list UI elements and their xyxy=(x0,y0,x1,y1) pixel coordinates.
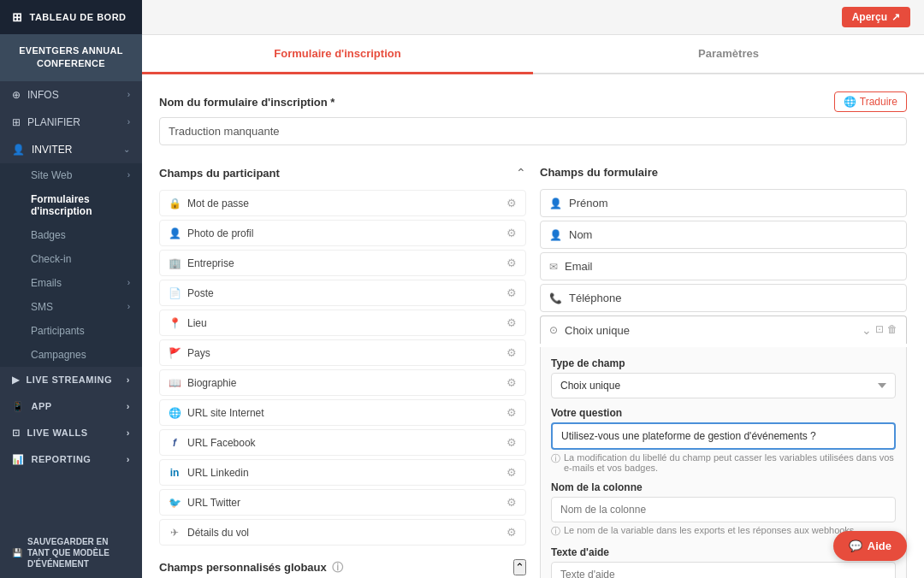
flag-icon: 🚩 xyxy=(169,347,181,359)
form-fields-header: Champs du formulaire xyxy=(540,159,907,186)
sidebar-item-live-streaming[interactable]: ▶ LIVE STREAMING › xyxy=(0,367,142,393)
field-photo-profil[interactable]: 👤Photo de profil ⚙ xyxy=(159,220,526,246)
gear-icon[interactable]: ⚙ xyxy=(506,406,517,419)
facebook-icon: f xyxy=(169,437,181,449)
traduire-button[interactable]: 🌐 Traduire xyxy=(834,91,907,112)
chevron-icon: › xyxy=(127,302,130,311)
gear-icon[interactable]: ⚙ xyxy=(506,496,517,509)
book-icon: 📖 xyxy=(169,377,181,389)
sidebar-item-inviter[interactable]: 👤 INVITER ⌄ xyxy=(0,136,142,163)
chevron-down-icon[interactable]: ⌄ xyxy=(862,323,872,337)
save-as-model-button[interactable]: 💾 SAUVEGARDER EN TANT QUE MODÈLE D'ÉVÉNE… xyxy=(0,528,142,578)
doc-icon: 📄 xyxy=(169,287,181,299)
gear-icon[interactable]: ⚙ xyxy=(506,526,517,539)
app-icon: 📱 xyxy=(12,401,25,412)
infos-icon: ⊕ xyxy=(12,89,21,101)
sidebar-item-reporting[interactable]: 📊 REPORTING › xyxy=(0,446,142,473)
field-nom[interactable]: 👤 Nom xyxy=(540,221,907,249)
collapse-custom-button[interactable]: ⌃ xyxy=(513,559,526,575)
field-mot-de-passe[interactable]: 🔒Mot de passe ⚙ xyxy=(159,190,526,216)
form-name-input[interactable] xyxy=(159,117,907,145)
planifier-icon: ⊞ xyxy=(12,116,21,128)
twitter-icon: 🐦 xyxy=(169,497,181,509)
custom-fields-header: Champs personnalisés globaux ⓘ ⌃ xyxy=(159,551,526,578)
phone-icon: 📞 xyxy=(549,292,562,304)
translate-icon: 🌐 xyxy=(844,96,856,108)
sidebar-sub-sms[interactable]: SMS › xyxy=(0,295,142,319)
sidebar-sub-campagnes[interactable]: Campagnes xyxy=(0,343,142,367)
sidebar-sub-formulaires[interactable]: Formulaires d'inscription xyxy=(0,187,142,223)
sidebar-item-infos[interactable]: ⊕ INFOS › xyxy=(0,81,142,109)
apercu-button[interactable]: Aperçu ↗ xyxy=(842,7,910,27)
field-email[interactable]: ✉ Email xyxy=(540,252,907,280)
field-type-select[interactable]: Choix unique xyxy=(551,373,896,398)
tab-formulaire[interactable]: Formulaire d'inscription xyxy=(142,35,533,74)
sidebar-item-live-walls[interactable]: ⊡ LIVE WALLS › xyxy=(0,420,142,446)
chevron-icon: ⌄ xyxy=(123,144,130,154)
linkedin-icon: in xyxy=(169,467,181,479)
panel-question-row: Votre question ⓘ La modification du libe… xyxy=(551,407,896,473)
tabs: Formulaire d'inscription Paramètres xyxy=(142,34,924,74)
chevron-icon: › xyxy=(127,90,130,99)
sidebar-sub-participants[interactable]: Participants xyxy=(0,319,142,343)
column-name-input[interactable] xyxy=(551,497,896,522)
info-icon: ⓘ xyxy=(551,452,560,465)
chevron-icon: › xyxy=(127,375,130,385)
field-url-twitter[interactable]: 🐦URL Twitter ⚙ xyxy=(159,489,526,516)
sidebar-item-planifier[interactable]: ⊞ PLANIFIER › xyxy=(0,109,142,136)
chevron-icon: › xyxy=(127,117,130,127)
inviter-icon: 👤 xyxy=(12,144,25,156)
sidebar-sub-badges[interactable]: Badges xyxy=(0,223,142,247)
gear-icon[interactable]: ⚙ xyxy=(506,257,517,269)
question-input[interactable] xyxy=(551,422,896,450)
tab-parametres[interactable]: Paramètres xyxy=(533,35,924,74)
sidebar-sub-check-in[interactable]: Check-in xyxy=(0,247,142,271)
copy-icon[interactable]: ⊡ xyxy=(875,323,884,337)
gear-icon[interactable]: ⚙ xyxy=(506,316,517,329)
field-url-facebook[interactable]: fURL Facebook ⚙ xyxy=(159,429,526,456)
external-link-icon: ↗ xyxy=(891,11,900,23)
collapse-participant-button[interactable]: ⌃ xyxy=(516,166,526,180)
photo-icon: 👤 xyxy=(169,227,181,239)
main-content: Aperçu ↗ Formulaire d'inscription Paramè… xyxy=(142,0,924,578)
sidebar-item-app[interactable]: 📱 APP › xyxy=(0,393,142,420)
gear-icon[interactable]: ⚙ xyxy=(506,286,517,299)
field-entreprise[interactable]: 🏢Entreprise ⚙ xyxy=(159,250,526,276)
sidebar-inviter-submenu: Site Web › Formulaires d'inscription Bad… xyxy=(0,163,142,367)
gear-icon[interactable]: ⚙ xyxy=(506,466,517,479)
sidebar-sub-emails[interactable]: Emails › xyxy=(0,271,142,295)
field-prenom[interactable]: 👤 Prénom xyxy=(540,189,907,217)
chevron-icon: › xyxy=(127,454,130,464)
sidebar-logo[interactable]: ⊞ TABLEAU DE BORD xyxy=(0,0,142,34)
sidebar-event: EVENTGERS ANNUAL CONFERENCE xyxy=(0,34,142,81)
info-icon: ⓘ xyxy=(551,525,560,538)
form-fields-column: Champs du formulaire 👤 Prénom 👤 Nom ✉ Em… xyxy=(540,159,907,578)
sidebar-sub-site-web[interactable]: Site Web › xyxy=(0,163,142,187)
gear-icon[interactable]: ⚙ xyxy=(506,436,517,449)
gear-icon[interactable]: ⚙ xyxy=(506,227,517,239)
field-biographie[interactable]: 📖Biographie ⚙ xyxy=(159,369,526,396)
field-details-vol[interactable]: ✈Détails du vol ⚙ xyxy=(159,519,526,546)
sidebar: ⊞ TABLEAU DE BORD EVENTGERS ANNUAL CONFE… xyxy=(0,0,142,578)
field-telephone[interactable]: 📞 Téléphone xyxy=(540,284,907,312)
field-pays[interactable]: 🚩Pays ⚙ xyxy=(159,339,526,366)
delete-icon[interactable]: 🗑 xyxy=(887,323,897,337)
gear-icon[interactable]: ⚙ xyxy=(506,376,517,389)
form-name-row: Nom du formulaire d'inscription * 🌐 Trad… xyxy=(159,91,907,112)
gear-icon[interactable]: ⚙ xyxy=(506,197,517,209)
field-choix-unique[interactable]: ⊙ Choix unique ⌄ ⊡ 🗑 xyxy=(540,316,907,344)
radio-icon: ⊙ xyxy=(549,324,558,336)
field-url-internet[interactable]: 🌐URL site Internet ⚙ xyxy=(159,399,526,426)
help-text-input[interactable] xyxy=(551,562,896,578)
user-icon: 👤 xyxy=(549,198,562,209)
email-icon: ✉ xyxy=(549,261,558,273)
topbar: Aperçu ↗ xyxy=(142,0,924,34)
field-url-linkedin[interactable]: inURL Linkedin ⚙ xyxy=(159,459,526,486)
field-lieu[interactable]: 📍Lieu ⚙ xyxy=(159,310,526,336)
globe-icon: 🌐 xyxy=(169,407,181,419)
gear-icon[interactable]: ⚙ xyxy=(506,346,517,359)
chevron-icon: › xyxy=(127,401,130,411)
help-button[interactable]: 💬 Aide xyxy=(833,531,907,561)
info-icon[interactable]: ⓘ xyxy=(332,560,343,575)
field-poste[interactable]: 📄Poste ⚙ xyxy=(159,280,526,306)
